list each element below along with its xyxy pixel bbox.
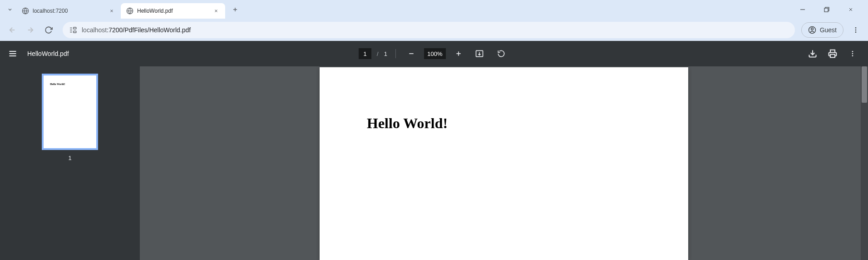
svg-point-22 (811, 28, 813, 30)
zoom-level[interactable]: 100% (424, 48, 446, 59)
svg-rect-17 (74, 31, 76, 33)
thumbnail-page-1[interactable]: Hello World! (42, 74, 98, 150)
address-bar[interactable]: localhost:7200/PdfFiles/HelloWorld.pdf (63, 22, 795, 38)
svg-point-25 (855, 31, 857, 33)
zoom-out-button[interactable] (404, 46, 419, 61)
pdf-filename: HelloWorld.pdf (27, 50, 69, 57)
pdf-viewer: HelloWorld.pdf / 1 100% (0, 41, 868, 260)
svg-rect-16 (74, 27, 76, 29)
svg-point-37 (852, 55, 853, 56)
tab-title: localhost:7200 (33, 8, 104, 14)
scrollbar-thumb[interactable] (862, 66, 867, 103)
minimize-button[interactable] (792, 3, 813, 16)
thumbnail-text: Hello World! (50, 83, 65, 85)
close-icon[interactable] (212, 7, 220, 15)
pdf-menu-button[interactable] (844, 45, 861, 62)
scrollbar[interactable] (861, 66, 868, 260)
zoom-in-button[interactable] (451, 46, 466, 61)
svg-point-24 (855, 29, 857, 30)
svg-rect-11 (824, 8, 828, 12)
profile-label: Guest (820, 26, 837, 34)
pdf-page: Hello World! (320, 67, 688, 260)
print-button[interactable] (824, 45, 841, 62)
svg-rect-34 (830, 55, 835, 58)
close-window-button[interactable] (840, 3, 861, 16)
window-controls (792, 3, 864, 16)
user-icon (808, 26, 816, 34)
sidebar-toggle-button[interactable] (7, 48, 18, 59)
address-text: localhost:7200/PdfFiles/HelloWorld.pdf (82, 26, 789, 34)
new-tab-button[interactable] (229, 3, 242, 16)
forward-button[interactable] (23, 22, 38, 38)
page-separator: / (377, 50, 379, 57)
pdf-toolbar: HelloWorld.pdf / 1 100% (0, 41, 868, 66)
page-text: Hello World! (367, 115, 448, 132)
site-info-icon[interactable] (69, 26, 77, 34)
close-icon[interactable] (108, 7, 115, 15)
globe-icon (22, 7, 29, 15)
svg-point-23 (855, 27, 857, 29)
page-total: 1 (384, 50, 387, 57)
back-button[interactable] (5, 22, 20, 38)
rotate-button[interactable] (493, 45, 509, 62)
address-bar-row: localhost:7200/PdfFiles/HelloWorld.pdf G… (0, 19, 868, 41)
page-area[interactable]: Hello World! (140, 66, 868, 260)
browser-menu-button[interactable] (848, 22, 863, 38)
tab-inactive[interactable]: localhost:7200 (16, 3, 121, 19)
thumbnail-panel: Hello World! 1 (0, 66, 140, 260)
reload-button[interactable] (41, 22, 56, 38)
fit-page-button[interactable] (471, 45, 488, 62)
thumbnail-number: 1 (68, 155, 71, 161)
page-number-input[interactable] (359, 48, 371, 59)
download-button[interactable] (804, 45, 821, 62)
divider (395, 49, 396, 58)
svg-point-36 (852, 53, 853, 55)
tab-search-button[interactable] (4, 3, 16, 16)
globe-icon (126, 7, 133, 15)
tab-bar: localhost:7200 HelloWorld.pdf (0, 0, 868, 19)
tab-active[interactable]: HelloWorld.pdf (121, 3, 225, 19)
svg-point-35 (852, 51, 853, 52)
maximize-button[interactable] (816, 3, 837, 16)
profile-button[interactable]: Guest (801, 22, 843, 38)
tab-title: HelloWorld.pdf (137, 8, 209, 14)
